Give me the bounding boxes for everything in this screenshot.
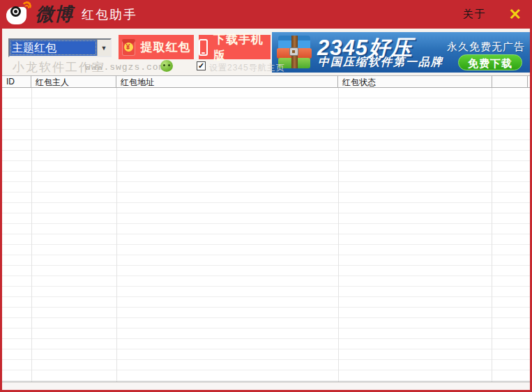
column-header-id[interactable]: ID bbox=[2, 76, 31, 87]
set-homepage-checkbox[interactable]: ✓ bbox=[197, 61, 206, 70]
phone-icon bbox=[199, 39, 208, 56]
content-area: 主题红包 ▼ ¥ 提取红包 下载手机版 2345好压 永久免费无广告 bbox=[2, 29, 530, 390]
ad-download-button[interactable]: 免费下载 bbox=[458, 54, 522, 70]
list-header: ID 红包主人 红包地址 红包状态 bbox=[2, 75, 530, 88]
app-title: 红包助手 bbox=[82, 6, 137, 23]
close-icon[interactable]: ✕ bbox=[509, 7, 522, 22]
red-packet-icon: ¥ bbox=[122, 39, 135, 56]
about-button[interactable]: 关于 bbox=[463, 8, 487, 21]
download-button-label: 下载手机版 bbox=[213, 31, 271, 63]
set-homepage-label: 设置2345导航主页 bbox=[209, 62, 285, 74]
app-window: 微博 红包助手 关于 ✕ 主题红包 ▼ ¥ 提取红包 下载手机版 bbox=[0, 0, 532, 392]
ad-slogan: 中国压缩软件第一品牌 bbox=[318, 55, 443, 70]
studio-website: www.swgzs.com bbox=[85, 62, 165, 73]
ad-tagline: 永久免费无广告 bbox=[447, 40, 525, 54]
extract-button-label: 提取红包 bbox=[141, 39, 191, 55]
titlebar: 微博 红包助手 关于 ✕ bbox=[0, 0, 532, 29]
ad-banner[interactable]: 2345好压 永久免费无广告 中国压缩软件第一品牌 免费下载 bbox=[272, 32, 530, 73]
column-header-stub bbox=[492, 76, 528, 87]
redpacket-category-select[interactable]: 主题红包 ▼ bbox=[8, 38, 112, 57]
yuan-coin-icon: ¥ bbox=[124, 43, 133, 52]
column-header-address[interactable]: 红包地址 bbox=[116, 76, 338, 87]
weibo-logo-icon bbox=[6, 3, 31, 25]
extract-redpacket-button[interactable]: ¥ 提取红包 bbox=[119, 35, 194, 59]
column-header-owner[interactable]: 红包主人 bbox=[31, 76, 116, 87]
bottom-strip bbox=[2, 383, 530, 390]
chevron-down-icon[interactable]: ▼ bbox=[97, 40, 110, 56]
redpacket-list-body bbox=[2, 88, 530, 382]
selected-category[interactable]: 主题红包 bbox=[10, 40, 97, 56]
column-header-status[interactable]: 红包状态 bbox=[338, 76, 492, 87]
download-mobile-button[interactable]: 下载手机版 bbox=[199, 35, 271, 59]
brand-wordmark: 微博 bbox=[36, 2, 73, 27]
wechat-icon[interactable] bbox=[160, 60, 173, 72]
